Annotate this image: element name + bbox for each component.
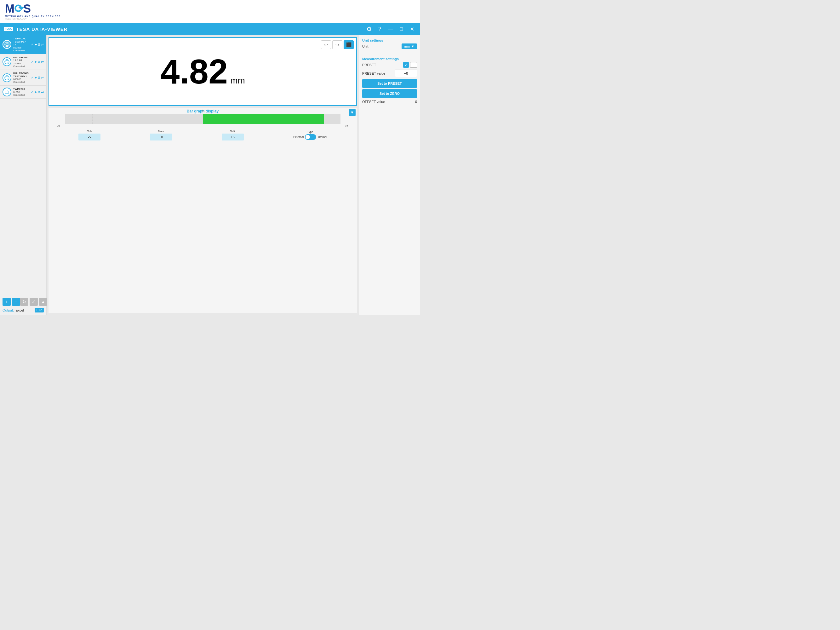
preset-label: PRESET xyxy=(362,63,376,67)
type-toggle-switch[interactable] xyxy=(305,134,316,140)
tol-minus-group: Tol- xyxy=(79,130,101,141)
replay-button[interactable]: ↩ xyxy=(321,40,331,49)
remove-device-button[interactable]: − xyxy=(12,298,20,306)
unit-select[interactable]: mm ▼ xyxy=(401,43,417,49)
device-icon-twincal xyxy=(3,40,11,49)
device-copy-icon[interactable]: ⧉ xyxy=(38,43,40,47)
device-info-dialtronic1: DIALTRONIC 12.5 BT 2Z0001 Connected xyxy=(13,56,29,68)
device-list: TWIN-CAL TESA IP67 15 8B3886 Connected ✓… xyxy=(0,35,46,295)
device-item-twint10[interactable]: TWIN-T10 8L058 Connected ✓ ➤ ⧉ ⇌ xyxy=(0,86,46,99)
d1-copy-icon[interactable]: ⧉ xyxy=(38,60,40,64)
unit-settings-section: Unit settings Unit mm ▼ xyxy=(362,38,417,49)
d2-check-icon[interactable]: ✓ xyxy=(31,76,34,80)
set-to-preset-button[interactable]: Set to PRESET xyxy=(362,79,417,88)
d3-copy-icon[interactable]: ⧉ xyxy=(38,90,40,94)
bargraph-inputs-row: Tol- Nom Tol+ Type External xyxy=(49,128,357,142)
tol-plus-input[interactable] xyxy=(222,134,244,141)
minimize-button[interactable]: — xyxy=(386,25,395,33)
unit-label: Unit xyxy=(362,44,368,48)
tesa-logo-small: TESA xyxy=(4,27,13,31)
d3-arrow-icon[interactable]: ➤ xyxy=(34,90,37,94)
device-name-twint10: TWIN-T10 xyxy=(13,88,29,91)
measurement-panel: ↩ ↪ ⬛ 4.82 mm xyxy=(49,37,357,106)
device-link-icon[interactable]: ⇌ xyxy=(41,43,44,47)
check-button[interactable]: ✓ xyxy=(30,298,38,306)
device-icon-dialtronic1 xyxy=(3,57,11,66)
device-check-icon[interactable]: ✓ xyxy=(31,43,34,47)
d2-copy-icon[interactable]: ⧉ xyxy=(38,76,40,80)
add-device-button[interactable]: + xyxy=(3,298,11,306)
measurement-unit: mm xyxy=(230,76,245,85)
logo-subtitle: METROLOGY AND QUALITY SERVICES xyxy=(5,15,61,17)
d2-arrow-icon[interactable]: ➤ xyxy=(34,76,37,80)
d3-check-icon[interactable]: ✓ xyxy=(31,90,34,94)
measurement-value: 4.82 mm xyxy=(160,54,245,89)
main-layout: TWIN-CAL TESA IP67 15 8B3886 Connected ✓… xyxy=(0,35,420,315)
help-button[interactable]: ? xyxy=(376,25,384,33)
d1-check-icon[interactable]: ✓ xyxy=(31,60,34,64)
device-serial-twint10: 8L058 xyxy=(13,91,29,93)
d2-link-icon[interactable]: ⇌ xyxy=(41,76,44,80)
refresh-button[interactable]: ↻ xyxy=(20,298,28,306)
add-remove-group: + − xyxy=(3,298,20,306)
panel-divider xyxy=(362,53,417,53)
title-bar-right: ⚙ ? — □ ✕ xyxy=(365,25,416,33)
device-item-twincal[interactable]: TWIN-CAL TESA IP67 15 8B3886 Connected ✓… xyxy=(0,35,46,54)
preset-row: PRESET ✓ xyxy=(362,62,417,68)
forward-button[interactable]: ↪ xyxy=(332,40,343,49)
type-toggle: External Internal xyxy=(293,134,327,140)
measurement-settings-section: Measurement settings PRESET ✓ PRESET val… xyxy=(362,57,417,104)
preset-value-row: PRESET value xyxy=(362,69,417,77)
collapse-button[interactable]: ▼ xyxy=(349,109,355,116)
svg-point-4 xyxy=(5,76,9,80)
sidebar-controls: + − ↻ ✓ ▲ xyxy=(3,298,44,306)
content-area: ↩ ↪ ⬛ 4.82 mm ▼ Bar graph display 0 xyxy=(47,35,359,315)
device-serial-dialtronic2: 000000 xyxy=(13,78,29,81)
type-label: Type xyxy=(307,130,313,134)
bargraph-fill xyxy=(203,114,324,124)
device-status-dialtronic2: Connected xyxy=(13,81,29,84)
svg-point-0 xyxy=(5,42,9,47)
close-button[interactable]: ✕ xyxy=(407,25,416,33)
right-panel: Unit settings Unit mm ▼ Measurement sett… xyxy=(359,35,420,315)
tol-minus-input[interactable] xyxy=(79,134,101,141)
device-arrow-icon[interactable]: ➤ xyxy=(34,43,37,47)
output-label: Output: Excel xyxy=(3,308,24,312)
unit-row: Unit mm ▼ xyxy=(362,43,417,49)
d1-link-icon[interactable]: ⇌ xyxy=(41,60,44,64)
tol-plus-label: Tol+ xyxy=(230,130,235,133)
output-bar: Output: Excel F12 xyxy=(3,308,44,313)
preset-toggle-box[interactable] xyxy=(410,62,417,68)
preset-value-input[interactable] xyxy=(395,69,417,77)
set-to-zero-button[interactable]: Set to ZERO xyxy=(362,89,417,98)
sidebar-bottom: + − ↻ ✓ ▲ Output: Excel F12 xyxy=(0,295,46,315)
scale-max: +5 xyxy=(345,125,348,128)
device-item-dialtronic2[interactable]: DIALTRONIC TEST IND 1 000000 Connected ✓… xyxy=(0,70,46,86)
d1-arrow-icon[interactable]: ➤ xyxy=(34,60,37,64)
toggle-knob xyxy=(306,135,310,139)
device-name-twincal: TWIN-CAL TESA IP67 15 xyxy=(13,37,29,46)
d3-link-icon[interactable]: ⇌ xyxy=(41,90,44,94)
svg-point-1 xyxy=(6,43,8,46)
tol-plus-group: Tol+ xyxy=(222,130,244,141)
nom-input[interactable] xyxy=(150,134,172,141)
preset-checkbox[interactable]: ✓ xyxy=(403,62,409,68)
device-status-dialtronic1: Connected xyxy=(13,65,29,68)
device-actions-twincal: ✓ ➤ ⧉ ⇌ xyxy=(31,43,44,47)
measurement-settings-title: Measurement settings xyxy=(362,57,417,61)
up-button[interactable]: ▲ xyxy=(39,298,47,306)
device-item-dialtronic1[interactable]: DIALTRONIC 12.5 BT 2Z0001 Connected ✓ ➤ … xyxy=(0,54,46,70)
output-key[interactable]: F12 xyxy=(35,308,44,313)
svg-point-2 xyxy=(5,60,9,64)
maximize-button[interactable]: □ xyxy=(397,25,406,33)
device-name-dialtronic1: DIALTRONIC 12.5 BT xyxy=(13,56,29,62)
offset-row: OFFSET value 0 xyxy=(362,100,417,104)
logo-tesa: TESA TECHNOLOGY xyxy=(5,17,61,20)
title-bar-left: TESA TESA DATA-VIEWER xyxy=(4,27,68,32)
settings-button[interactable]: ⚙ xyxy=(365,25,374,33)
svg-rect-6 xyxy=(5,91,9,93)
tol-minus-label: Tol- xyxy=(87,130,92,133)
device-icon-twint10 xyxy=(3,88,11,96)
pause-button[interactable]: ⬛ xyxy=(344,40,354,49)
bargraph-panel: ▼ Bar graph display 0 -5 +5 Tol- xyxy=(49,108,357,313)
